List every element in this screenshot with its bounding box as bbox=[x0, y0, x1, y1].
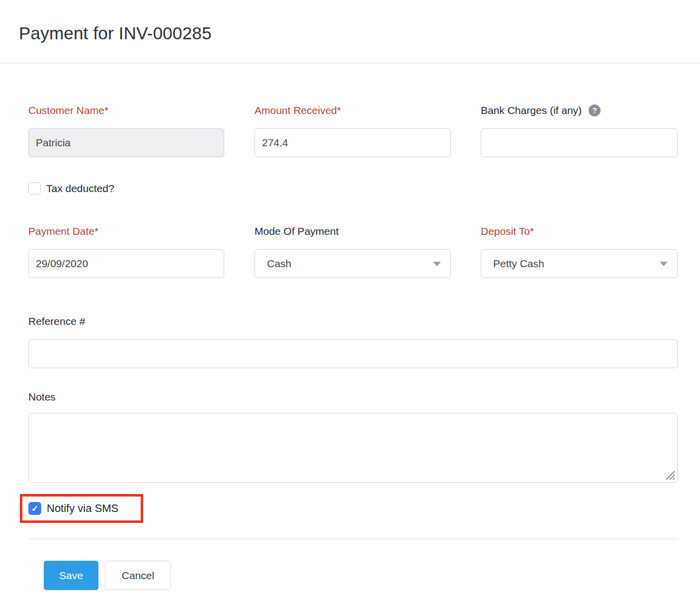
payment-form-page: Payment for INV-000285 Customer Name* Am… bbox=[0, 0, 700, 605]
chevron-down-icon bbox=[433, 262, 441, 266]
tax-deducted-row: ✓ Tax deducted? bbox=[28, 182, 114, 195]
field-mode-of-payment: Mode Of Payment Cash bbox=[255, 225, 451, 278]
help-icon[interactable]: ? bbox=[589, 104, 601, 116]
save-button[interactable]: Save bbox=[44, 561, 98, 590]
field-deposit-to: Deposit To* Petty Cash bbox=[481, 225, 678, 278]
notes-field bbox=[28, 413, 678, 483]
deposit-to-value: Petty Cash bbox=[493, 258, 544, 270]
bank-charges-label: Bank Charges (if any) bbox=[481, 104, 582, 116]
mode-of-payment-value: Cash bbox=[267, 258, 291, 270]
field-reference-number: Reference # bbox=[28, 315, 678, 368]
deposit-to-select[interactable]: Petty Cash bbox=[481, 249, 678, 278]
reference-number-input[interactable] bbox=[28, 339, 678, 368]
cancel-button[interactable]: Cancel bbox=[105, 561, 171, 590]
deposit-to-label: Deposit To* bbox=[481, 225, 678, 237]
tax-deducted-checkbox[interactable]: ✓ bbox=[28, 182, 41, 195]
field-amount-received: Amount Received* bbox=[255, 104, 451, 157]
page-title: Payment for INV-000285 bbox=[19, 23, 212, 43]
tax-deducted-label: Tax deducted? bbox=[46, 183, 114, 195]
mode-of-payment-label: Mode Of Payment bbox=[255, 225, 451, 237]
customer-name-input[interactable] bbox=[28, 128, 224, 157]
mode-of-payment-select[interactable]: Cash bbox=[255, 249, 451, 278]
notify-sms-highlight-annotation: ✓ Notify via SMS bbox=[20, 494, 143, 523]
field-notes-label: Notes bbox=[28, 391, 678, 403]
footer-divider bbox=[28, 538, 678, 539]
bank-charges-input[interactable] bbox=[481, 128, 678, 157]
reference-number-label: Reference # bbox=[28, 315, 678, 327]
amount-received-input[interactable] bbox=[255, 128, 451, 157]
notes-label: Notes bbox=[28, 391, 678, 403]
chevron-down-icon bbox=[660, 262, 668, 266]
header-divider bbox=[0, 63, 700, 64]
notes-textarea[interactable] bbox=[28, 413, 678, 483]
amount-received-label: Amount Received* bbox=[255, 104, 451, 116]
payment-date-label: Payment Date* bbox=[28, 225, 224, 237]
field-bank-charges: Bank Charges (if any) ? bbox=[481, 104, 678, 157]
notify-sms-label: Notify via SMS bbox=[47, 502, 118, 515]
customer-name-label: Customer Name* bbox=[28, 104, 224, 116]
check-icon: ✓ bbox=[31, 504, 38, 513]
field-customer-name: Customer Name* bbox=[28, 104, 224, 157]
field-payment-date: Payment Date* bbox=[28, 225, 224, 278]
notify-sms-checkbox[interactable]: ✓ bbox=[28, 502, 41, 515]
payment-date-input[interactable] bbox=[28, 249, 224, 278]
